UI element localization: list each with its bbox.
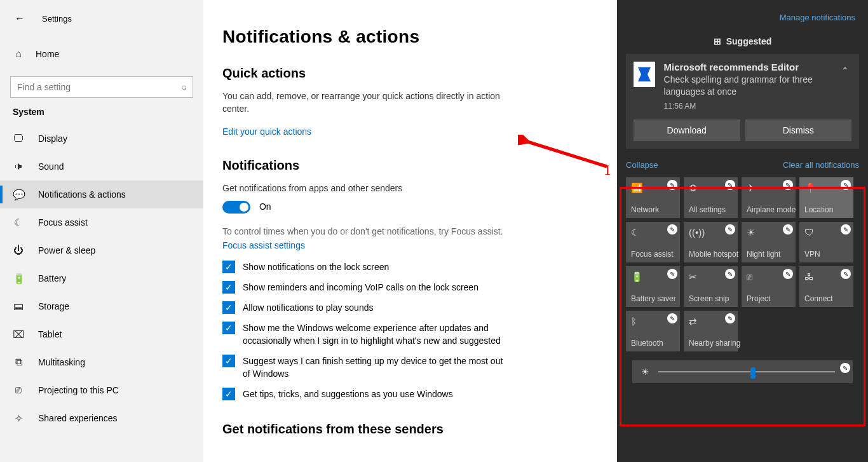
sidebar-item-shared[interactable]: ✧Shared experiences	[0, 404, 203, 432]
sidebar-item-sound[interactable]: 🕩Sound	[0, 153, 203, 180]
pin-icon[interactable]: ✎	[667, 224, 677, 234]
check-lock-screen[interactable]: ✓Show notifications on the lock screen	[222, 261, 512, 273]
pin-icon[interactable]: ✎	[841, 224, 851, 234]
tile-network[interactable]: 📶Network✎	[626, 177, 680, 218]
quick-actions-heading: Quick actions	[222, 66, 540, 81]
tile-icon: ⎚	[747, 271, 752, 282]
sidebar-item-focus-assist[interactable]: ☾Focus assist	[0, 208, 203, 236]
tile-location[interactable]: 📍Location✎	[799, 177, 853, 218]
dismiss-button[interactable]: Dismiss	[745, 119, 852, 141]
pin-icon[interactable]: ✎	[783, 180, 793, 190]
tile-icon: 🛡	[804, 227, 814, 238]
tile-screen-snip[interactable]: ✂Screen snip✎	[684, 266, 738, 307]
pin-icon[interactable]: ✎	[667, 180, 677, 190]
tile-battery-saver[interactable]: 🔋Battery saver✎	[626, 266, 680, 307]
sidebar-item-power[interactable]: ⏻Power & sleep	[0, 236, 203, 264]
pin-icon[interactable]: ✎	[783, 269, 793, 279]
back-button[interactable]: ←	[13, 11, 27, 25]
battery-icon: 🔋	[13, 273, 24, 285]
tile-icon: ☀	[747, 227, 755, 238]
tile-icon: ((•))	[689, 227, 705, 238]
notification-card[interactable]: Microsoft recommends Editor Check spelli…	[626, 54, 859, 149]
download-button[interactable]: Download	[634, 119, 740, 141]
tile-label: Mobile hotspot	[689, 250, 738, 259]
sidebar-item-projecting[interactable]: ⎚Projecting to this PC	[0, 376, 203, 404]
pin-icon[interactable]: ✎	[840, 363, 850, 373]
tile-nearby-sharing[interactable]: ⇄Nearby sharing✎	[684, 311, 738, 351]
checkmark-icon: ✓	[222, 322, 235, 334]
sidebar-item-storage[interactable]: 🖴Storage	[0, 292, 203, 320]
suggested-label: Suggested	[726, 36, 772, 46]
check-sounds[interactable]: ✓Allow notifications to play sounds	[222, 301, 512, 314]
quick-actions-desc: You can add, remove, or rearrange your q…	[222, 90, 502, 115]
collapse-link[interactable]: Collapse	[626, 160, 658, 170]
pin-icon[interactable]: ✎	[725, 224, 735, 234]
tile-project[interactable]: ⎚Project✎	[742, 266, 796, 307]
check-tips[interactable]: ✓Get tips, tricks, and suggestions as yo…	[222, 388, 512, 400]
sidebar-item-tablet[interactable]: ⌧Tablet	[0, 320, 203, 348]
notifications-toggle[interactable]	[222, 201, 250, 214]
checkmark-icon: ✓	[222, 281, 235, 294]
clear-all-link[interactable]: Clear all notifications	[783, 160, 859, 170]
check-label: Allow notifications to play sounds	[243, 301, 373, 314]
shared-icon: ✧	[13, 412, 24, 425]
focus-hint: To control times when you do or don't ge…	[222, 226, 540, 236]
tile-icon: ⇄	[689, 316, 697, 327]
tile-label: Screen snip	[689, 294, 729, 303]
pin-icon[interactable]: ✎	[667, 313, 677, 323]
pin-icon[interactable]: ✎	[725, 269, 735, 279]
sidebar-item-multitasking[interactable]: ⧉Multitasking	[0, 348, 203, 376]
pin-icon[interactable]: ✎	[725, 180, 735, 190]
sidebar-item-display[interactable]: 🖵Display	[0, 125, 203, 153]
tile-label: Battery saver	[631, 294, 676, 303]
check-setup[interactable]: ✓Suggest ways I can finish setting up my…	[222, 355, 512, 380]
tile-focus-assist[interactable]: ☾Focus assist✎	[626, 222, 680, 262]
check-label: Show me the Windows welcome experience a…	[243, 322, 512, 347]
search-input[interactable]	[10, 76, 193, 98]
home-button[interactable]: ⌂ Home	[0, 39, 203, 69]
tile-icon: ✈	[747, 182, 755, 194]
tablet-icon: ⌧	[13, 329, 24, 341]
nav-group-label: System	[0, 107, 203, 117]
slider-track	[658, 371, 835, 372]
sidebar-item-label: Battery	[38, 273, 66, 283]
tile-all-settings[interactable]: ⚙All settings✎	[684, 177, 738, 218]
check-label: Show notifications on the lock screen	[243, 261, 389, 273]
page-title: Notifications & actions	[222, 27, 585, 47]
power-icon: ⏻	[13, 245, 24, 256]
sidebar-item-label: Storage	[38, 301, 69, 311]
check-label: Suggest ways I can finish setting up my …	[243, 355, 512, 380]
tile-vpn[interactable]: 🛡VPN✎	[799, 222, 853, 262]
toggle-state-label: On	[259, 201, 271, 212]
tile-night-light[interactable]: ☀Night light✎	[742, 222, 796, 262]
pin-icon[interactable]: ✎	[667, 269, 677, 279]
check-welcome[interactable]: ✓Show me the Windows welcome experience …	[222, 322, 512, 347]
pin-icon[interactable]: ✎	[841, 269, 851, 279]
pin-icon[interactable]: ✎	[783, 224, 793, 234]
card-time: 11:56 AM	[664, 102, 851, 111]
manage-notifications-link[interactable]: Manage notifications	[626, 6, 859, 36]
sidebar-item-label: Shared experiences	[38, 413, 118, 423]
check-voip-reminders[interactable]: ✓Show reminders and incoming VoIP calls …	[222, 281, 512, 294]
moon-icon: ☾	[13, 217, 24, 229]
sidebar-item-notifications[interactable]: 💬Notifications & actions	[0, 180, 203, 208]
slider-thumb[interactable]	[750, 367, 756, 379]
brightness-slider[interactable]: ☀ ✎	[632, 360, 853, 383]
tile-label: Project	[747, 294, 770, 303]
senders-heading: Get notifications from these senders	[222, 422, 585, 437]
focus-assist-link[interactable]: Focus assist settings	[222, 240, 540, 250]
pin-icon[interactable]: ✎	[725, 313, 735, 323]
tile-mobile-hotspot[interactable]: ((•))Mobile hotspot✎	[684, 222, 738, 262]
tile-connect[interactable]: 🖧Connect✎	[799, 266, 853, 307]
pin-icon[interactable]: ✎	[841, 180, 851, 190]
tile-bluetooth[interactable]: ᛒBluetooth✎	[626, 311, 680, 351]
arrow-left-icon: ←	[15, 13, 25, 24]
tile-icon: ⚙	[689, 182, 697, 194]
tile-label: Connect	[804, 294, 833, 303]
checkmark-icon: ✓	[222, 301, 235, 314]
tile-airplane-mode[interactable]: ✈Airplane mode✎	[742, 177, 796, 218]
sidebar-item-battery[interactable]: 🔋Battery	[0, 264, 203, 292]
tile-label: Night light	[747, 250, 780, 259]
card-collapse-button[interactable]: ⌃	[837, 63, 853, 78]
edit-quick-actions-link[interactable]: Edit your quick actions	[222, 126, 540, 137]
